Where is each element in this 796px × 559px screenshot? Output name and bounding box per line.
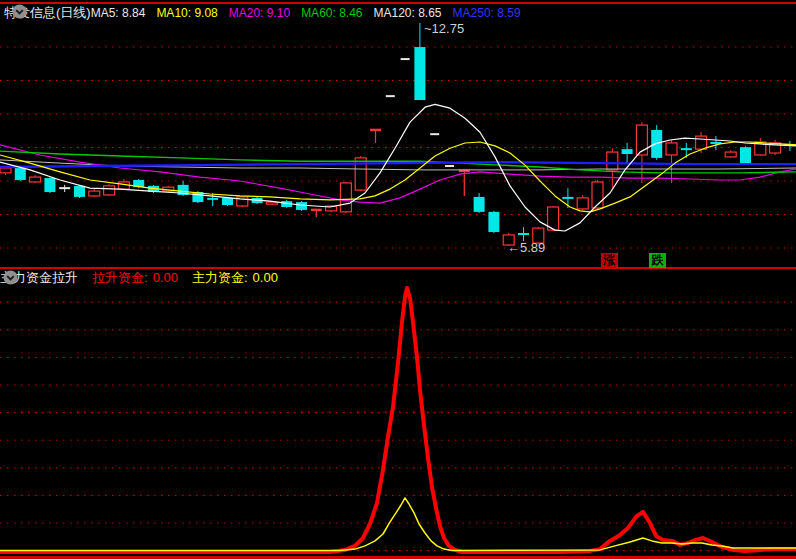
ma-label-3: MA60: 8.46 (301, 6, 362, 20)
ma-label-4: MA120: 8.65 (374, 6, 442, 20)
ma-label-1: MA10: 9.08 (156, 6, 217, 20)
ma-label-5: MA250: 8.59 (453, 6, 521, 20)
low-price-annotation: ←5.89 (507, 240, 545, 255)
chevron-down-icon[interactable] (3, 270, 18, 285)
indicator-field-value: 0.00 (253, 270, 278, 285)
high-price-annotation: ~12.75 (424, 21, 464, 36)
fall-badge: 跌 (649, 253, 666, 268)
ma-label-2: MA20: 9.10 (229, 6, 290, 20)
indicator-header: 主力资金拉升 拉升资金:0.00 主力资金:0.00 (0, 270, 278, 286)
rise-badge: 涨 (601, 253, 618, 268)
main-chart-header: 特发信息(日线) MA5: 8.84 MA10: 9.08 MA20: 9.10… (4, 4, 521, 22)
ma-label-0: MA5: 8.84 (91, 6, 146, 20)
chevron-down-icon[interactable] (12, 4, 27, 19)
indicator-field-label: 拉升资金: (92, 270, 148, 285)
indicator-field-value: 0.00 (153, 270, 178, 285)
indicator-panel[interactable] (0, 286, 796, 556)
indicator-field-1: 主力资金:0.00 (192, 269, 278, 287)
ma-legend: MA5: 8.84 MA10: 9.08 MA20: 9.10 MA60: 8.… (91, 6, 521, 20)
indicator-field-0: 拉升资金:0.00 (92, 269, 178, 287)
indicator-field-label: 主力资金: (192, 270, 248, 285)
tdx-window: 特发信息(日线) MA5: 8.84 MA10: 9.08 MA20: 9.10… (0, 0, 796, 559)
main-kline-panel[interactable] (0, 23, 796, 267)
